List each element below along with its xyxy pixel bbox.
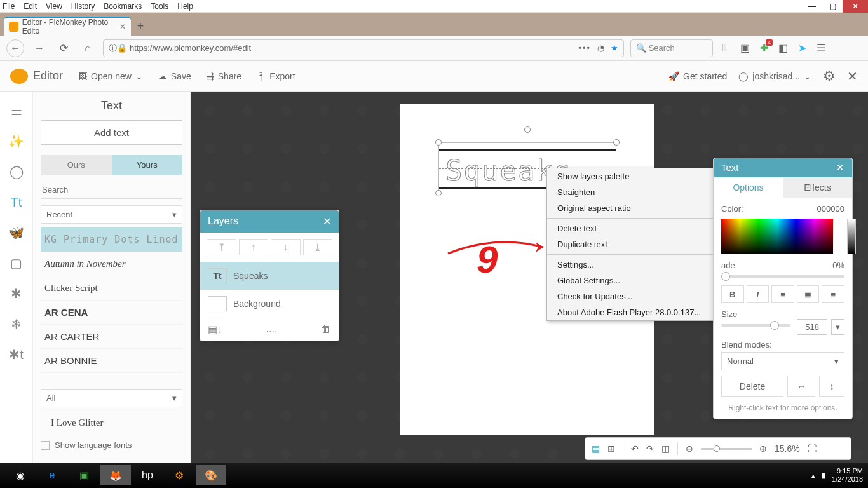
start-button[interactable]: ◉	[5, 465, 36, 485]
gear-icon[interactable]: ⚙	[823, 68, 836, 85]
sidebar-icon[interactable]: ◧	[776, 42, 789, 55]
zoom-slider[interactable]	[701, 448, 752, 450]
maximize-button[interactable]: ▢	[822, 0, 843, 13]
tab-ours[interactable]: Ours	[41, 155, 112, 175]
ctx-straighten[interactable]: Straighten	[547, 184, 716, 200]
snowflake-icon[interactable]: ❄	[8, 315, 25, 333]
redo-icon[interactable]: ↷	[646, 444, 654, 454]
get-started-button[interactable]: 🚀 Get started	[668, 71, 727, 81]
new-tab-button[interactable]: +	[131, 17, 150, 36]
color-picker[interactable]	[721, 219, 833, 254]
font-item[interactable]: Autumn in November	[41, 252, 182, 276]
font-item[interactable]: Clicker Script	[41, 276, 182, 301]
resize-handle[interactable]	[435, 190, 442, 196]
ctx-show-layers[interactable]: Show layers palette	[547, 168, 716, 184]
crop-icon[interactable]: ◫	[661, 444, 670, 454]
info-icon[interactable]: ⓘ	[109, 43, 117, 54]
export-button[interactable]: ⭱ Export	[257, 71, 295, 81]
brightness-bar[interactable]	[847, 219, 856, 254]
ctx-delete-text[interactable]: Delete text	[547, 220, 716, 236]
firefox-icon[interactable]: 🦊	[100, 465, 131, 485]
save-button[interactable]: ☁ Save	[158, 71, 191, 81]
pocket-icon[interactable]: ◔	[597, 43, 604, 53]
resize-handle[interactable]	[613, 139, 620, 146]
search-input[interactable]: 🔍 Search	[630, 39, 713, 57]
store-icon[interactable]: ▣	[69, 465, 99, 485]
size-slider[interactable]	[721, 324, 790, 327]
layer-up-icon[interactable]: ↑	[239, 239, 269, 255]
battery-icon[interactable]: ▮	[822, 471, 825, 480]
butterfly-icon[interactable]: 🦋	[8, 224, 25, 241]
ctx-original-aspect[interactable]: Original aspect ratio	[547, 200, 716, 216]
grid-icon[interactable]: ⊞	[607, 444, 615, 454]
bold-button[interactable]: B	[721, 285, 744, 303]
layer-down-icon[interactable]: ↓	[271, 239, 301, 255]
adjust-icon[interactable]: ⚌	[8, 102, 25, 119]
color-value[interactable]: 000000	[817, 204, 844, 214]
bookmark-star-icon[interactable]: ★	[611, 43, 618, 53]
magic-icon[interactable]: ✨	[8, 132, 25, 150]
fade-slider[interactable]	[721, 275, 844, 278]
font-item[interactable]: KG Primary Dots Lined	[41, 227, 182, 252]
system-clock[interactable]: 9:15 PM 1/24/2018	[832, 467, 863, 484]
trash-icon[interactable]: 🗑	[321, 323, 331, 336]
font-item[interactable]: AR BONNIE	[41, 349, 182, 373]
layer-more-icon[interactable]: ....	[266, 323, 278, 336]
layer-item[interactable]: Background	[200, 290, 339, 318]
ctx-about-flash[interactable]: About Adobe Flash Player 28.0.0.137...	[547, 304, 716, 320]
ie-icon[interactable]: e	[37, 465, 67, 485]
close-button[interactable]: ✕	[843, 0, 868, 13]
zoom-out-icon[interactable]: ⊖	[686, 444, 693, 454]
size-value[interactable]: 518	[797, 319, 827, 335]
url-input[interactable]: ⓘ 🔒 https://www.picmonkey.com/#edit ••• …	[103, 39, 624, 57]
menu-view[interactable]: View	[46, 2, 62, 11]
home-button[interactable]: ⌂	[79, 39, 97, 57]
texture-icon[interactable]: ✱	[8, 285, 25, 302]
close-panel-icon[interactable]: ✕	[847, 69, 858, 84]
pocket-toolbar-icon[interactable]: ▣	[738, 42, 751, 55]
close-icon[interactable]: ✕	[836, 162, 844, 173]
page-actions-icon[interactable]: •••	[578, 43, 591, 53]
share-button[interactable]: ⇶ Share	[207, 71, 241, 81]
show-language-fonts-checkbox[interactable]: Show language fonts	[41, 435, 182, 455]
font-item[interactable]: I Love Glitter	[41, 411, 182, 435]
layer-item[interactable]: Tt Squeaks	[200, 262, 339, 290]
menu-edit[interactable]: Edit	[24, 2, 37, 11]
zoom-in-icon[interactable]: ⊕	[759, 444, 767, 454]
layer-stack-icon[interactable]: ▤↓	[208, 323, 222, 336]
menu-file[interactable]: File	[3, 2, 15, 11]
forward-button[interactable]: →	[31, 39, 48, 57]
layers-toggle-icon[interactable]: ▤	[592, 444, 600, 454]
rotate-handle[interactable]	[524, 126, 531, 133]
user-menu[interactable]: ◯ joshkrisad... ⌄	[738, 71, 811, 81]
menu-tools[interactable]: Tools	[151, 2, 168, 11]
menu-history[interactable]: History	[71, 2, 95, 11]
theme-icon[interactable]: ✱t	[8, 346, 25, 363]
ctx-duplicate-text[interactable]: Duplicate text	[547, 236, 716, 252]
ext2-icon[interactable]: ➤	[796, 42, 808, 55]
gear-app-icon[interactable]: ⚙	[164, 465, 194, 485]
close-icon[interactable]: ✕	[323, 215, 331, 227]
ctx-settings[interactable]: Settings...	[547, 257, 716, 273]
open-new-button[interactable]: 🖼 Open new ⌄	[78, 71, 143, 81]
fullscreen-icon[interactable]: ⛶	[808, 444, 817, 454]
extension-icon[interactable]: ✚4	[757, 42, 770, 55]
font-search-input[interactable]	[41, 181, 182, 199]
reload-button[interactable]: ⟳	[55, 39, 72, 57]
resize-handle[interactable]	[435, 139, 442, 146]
blend-dropdown[interactable]: Normal ▾	[721, 352, 844, 370]
delete-button[interactable]: Delete	[721, 376, 783, 397]
text-tool-icon[interactable]: Tt	[8, 193, 25, 211]
minimize-button[interactable]: —	[802, 0, 822, 13]
hamburger-menu-icon[interactable]: ☰	[815, 42, 827, 55]
italic-button[interactable]: I	[747, 285, 770, 303]
tab-yours[interactable]: Yours	[112, 155, 183, 175]
flip-v-icon[interactable]: ↕	[819, 376, 844, 397]
recent-dropdown[interactable]: Recent ▾	[41, 205, 182, 224]
flip-h-icon[interactable]: ↔	[787, 376, 815, 397]
font-item[interactable]: AR CENA	[41, 301, 182, 325]
hp-icon[interactable]: hp	[132, 465, 163, 485]
ctx-global-settings[interactable]: Global Settings...	[547, 273, 716, 288]
tab-close-icon[interactable]: ✕	[119, 22, 126, 31]
layer-bottom-icon[interactable]: ⤓	[303, 239, 333, 255]
